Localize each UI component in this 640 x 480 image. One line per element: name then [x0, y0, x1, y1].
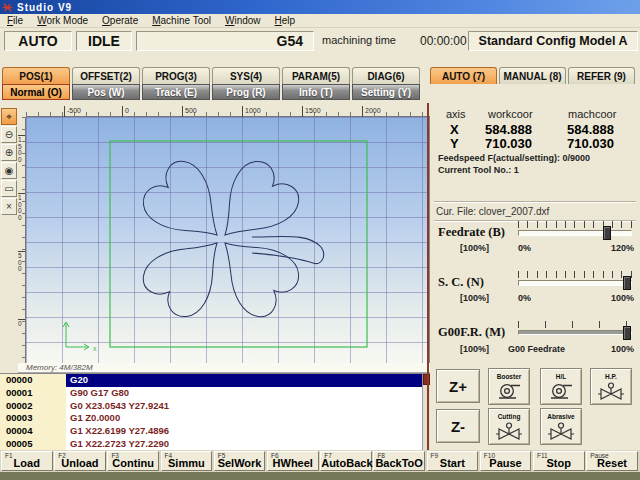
subtab-pos[interactable]: Pos (W): [72, 84, 140, 100]
machcoor-header: machcoor: [568, 108, 616, 120]
tab-pos[interactable]: POS(1): [2, 67, 70, 84]
y-axis-label: Y: [450, 136, 459, 151]
high-pressure-button[interactable]: H.P.: [590, 368, 632, 405]
fkey-unload[interactable]: F2Unload: [54, 451, 106, 471]
menu-window[interactable]: Window: [218, 15, 268, 26]
clear-trace-icon: ×: [6, 201, 12, 212]
subtab-normal[interactable]: Normal (O): [2, 84, 70, 100]
gcode-text: G20: [66, 374, 422, 387]
axis-header: axis: [446, 108, 466, 120]
booster-label: Booster: [497, 373, 522, 381]
tab-refer[interactable]: REFER (9): [568, 67, 635, 84]
gcode-row[interactable]: 00002 G0 X23.0543 Y27.9241: [0, 400, 430, 413]
tab-param[interactable]: PARAM(5): [282, 67, 350, 84]
subtab-track[interactable]: Track (E): [142, 84, 210, 100]
feedrate-current: [100%]: [460, 243, 489, 253]
machining-time-label: machining time: [322, 34, 396, 46]
state-indicator: IDLE: [76, 31, 132, 51]
g00-slider[interactable]: [518, 330, 632, 335]
clover-path: [134, 152, 323, 325]
ruler-x-label: 1000: [242, 106, 261, 117]
z-plus-button[interactable]: Z+: [436, 369, 480, 403]
work-region-rect: [110, 141, 367, 347]
spindle-label: S. C. (N): [438, 275, 518, 290]
fit-region-button[interactable]: ▭: [1, 180, 17, 197]
menu-file[interactable]: File: [0, 15, 30, 26]
feedspeed-readout: Feedspeed F(actual/setting): 0/9000: [438, 153, 590, 163]
gcode-program-list: 00000 G20 00001 G90 G17 G80 00002 G0 X23…: [0, 373, 430, 450]
cutting-button[interactable]: Cutting: [488, 408, 530, 445]
feedrate-slider-handle[interactable]: [603, 226, 611, 240]
gcode-row[interactable]: 00001 G90 G17 G80: [0, 387, 430, 400]
gcode-row[interactable]: 00005 G1 X22.2723 Y27.2290: [0, 438, 430, 451]
fkey-autoback[interactable]: F7AutoBack: [320, 451, 372, 471]
mode-indicator: AUTO: [4, 31, 72, 51]
ncstudio-window: Studio V9 File Work Mode Operate Machine…: [0, 0, 640, 480]
fkey-start[interactable]: F9Start: [427, 451, 479, 471]
tab-diag[interactable]: DIAG(6): [352, 67, 420, 84]
y-machcoor: 710.030: [567, 136, 614, 151]
fkey-simmu[interactable]: F4Simmu: [161, 451, 213, 471]
fkey-backtoo[interactable]: F8BackToO: [373, 451, 425, 471]
toolpath-viewport[interactable]: x: [26, 117, 430, 363]
center-view-button[interactable]: ◉: [1, 162, 17, 179]
subtab-setting[interactable]: Setting (Y): [352, 84, 420, 100]
gcode-row[interactable]: 00003 G1 Z0.0000: [0, 412, 430, 425]
gcode-row[interactable]: 00000 G20: [0, 374, 430, 387]
pan-view-button[interactable]: ⌖: [1, 108, 17, 125]
origin-axis-icon: x: [63, 322, 97, 352]
x-workcoor: 584.888: [485, 122, 532, 137]
zoom-in-button[interactable]: ⊕: [1, 144, 17, 161]
tab-sys[interactable]: SYS(4): [212, 67, 280, 84]
tab-offset[interactable]: OFFSET(2): [72, 67, 140, 84]
spindle-slider[interactable]: [518, 280, 632, 286]
valve-icon: [597, 381, 625, 401]
ruler-y-label: 1500: [18, 135, 25, 163]
current-file-readout: Cur. File: clover_2007.dxf: [436, 206, 549, 217]
feedrate-slider[interactable]: [518, 230, 632, 236]
cutting-label: Cutting: [498, 413, 521, 421]
ruler-x-label: -500: [64, 106, 81, 117]
fkey-selwork[interactable]: F5SelWork: [214, 451, 266, 471]
menu-operate[interactable]: Operate: [95, 15, 145, 26]
spindle-slider-handle[interactable]: [623, 276, 631, 290]
feedrate-ticks: [518, 221, 632, 228]
booster-button[interactable]: Booster: [488, 368, 530, 405]
ruler-y-label: 1000: [18, 193, 25, 221]
g00-current: [100%]: [460, 344, 489, 354]
gcode-text: G90 G17 G80: [66, 387, 422, 400]
menu-work-mode[interactable]: Work Mode: [30, 15, 95, 26]
clear-trace-button[interactable]: ×: [1, 198, 17, 215]
subtab-info[interactable]: Info (T): [282, 84, 350, 100]
spindle-ticks: [518, 271, 632, 278]
tab-prog[interactable]: PROG(3): [142, 67, 210, 84]
title-bar: Studio V9: [0, 0, 640, 14]
gcode-text: G1 Z0.0000: [66, 412, 422, 425]
config-indicator: Standard Config Model A: [468, 31, 638, 51]
center-icon: ◉: [5, 165, 14, 176]
line-number: 00000: [0, 374, 66, 387]
g00-slider-handle[interactable]: [623, 326, 631, 340]
panel-divider: [427, 103, 429, 450]
subtab-prog[interactable]: Prog (R): [212, 84, 280, 100]
line-number: 00001: [0, 387, 66, 400]
fkey-hwheel[interactable]: F6HWheel: [267, 451, 319, 471]
abrasive-button[interactable]: Abrasive: [540, 408, 582, 445]
fkey-reset[interactable]: PauseReset: [586, 451, 638, 471]
gcode-row[interactable]: 00004 G1 X22.6199 Y27.4896: [0, 425, 430, 438]
high-low-button[interactable]: H/L: [540, 368, 582, 405]
pan-icon: ⌖: [6, 111, 12, 122]
zoom-in-icon: ⊕: [5, 147, 13, 158]
z-minus-button[interactable]: Z-: [436, 409, 480, 443]
zoom-out-button[interactable]: ⊖: [1, 126, 17, 143]
fkey-stop[interactable]: F11Stop: [533, 451, 585, 471]
fkey-load[interactable]: F1Load: [1, 451, 53, 471]
fkey-continu[interactable]: F3Continu: [107, 451, 159, 471]
tab-manual[interactable]: MANUAL (8): [499, 67, 566, 84]
current-tool-readout: Current Tool No.: 1: [438, 165, 519, 175]
tab-auto[interactable]: AUTO (7): [430, 67, 497, 84]
clover-stem-path: [252, 236, 324, 263]
menu-machine-tool[interactable]: Machine Tool: [145, 15, 218, 26]
fkey-pause[interactable]: F10Pause: [480, 451, 532, 471]
menu-help[interactable]: Help: [268, 15, 303, 26]
